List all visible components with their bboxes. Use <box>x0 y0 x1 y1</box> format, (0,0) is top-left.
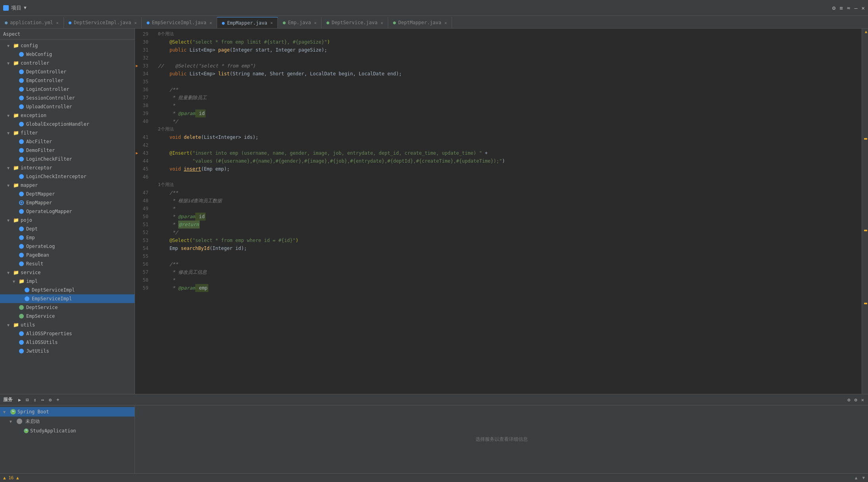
java-blue-icon <box>18 104 25 109</box>
sidebar-item-interceptor[interactable]: ▼ 📁 interceptor <box>0 163 135 172</box>
tab-emp-mapper[interactable]: ● EmpMapper.java ✕ <box>217 17 278 28</box>
tree-label: EmpController <box>26 78 64 83</box>
java-blue-icon <box>18 235 25 240</box>
yml-icon: ● <box>5 20 8 25</box>
sidebar-tree: ▼ 📁 config WebConfig ▼ 📁 controller <box>0 40 135 394</box>
sidebar-item-empcontroller[interactable]: EmpController <box>0 76 135 85</box>
tree-arrow <box>13 148 18 153</box>
sidebar-item-filter[interactable]: ▼ 📁 filter <box>0 129 135 137</box>
sidebar-item-globalexceptionhandler[interactable]: GlobalExceptionHandler <box>0 120 135 129</box>
vertical-split-icon[interactable]: ↕ <box>33 396 37 403</box>
folder-icon: 📁 <box>13 217 19 223</box>
sidebar-item-config[interactable]: ▼ 📁 config <box>0 41 135 50</box>
sidebar-item-service[interactable]: ▼ 📁 service <box>0 268 135 277</box>
tab-dept-service[interactable]: ● DeptService.java ✕ <box>321 17 388 28</box>
tab-label: EmpMapper.java <box>227 20 267 26</box>
add-config-icon[interactable]: + <box>56 396 60 403</box>
sidebar-item-dept[interactable]: Dept <box>0 225 135 233</box>
tree-label: LoginCheckFilter <box>26 156 72 162</box>
java-blue-icon <box>18 226 25 232</box>
tab-dept-mapper[interactable]: ● DeptMapper.java ✕ <box>388 17 452 28</box>
tab-emp-service-impl[interactable]: ● EmpServiceImpl.java ✕ <box>142 17 217 28</box>
sidebar-item-logincheckfilter[interactable]: LoginCheckFilter <box>0 155 135 163</box>
tab-dept-service-impl[interactable]: ● DeptServiceImpl.java ✕ <box>64 17 142 28</box>
sidebar-item-deptmapper[interactable]: DeptMapper <box>0 190 135 198</box>
collapse-icon[interactable]: ⊟ <box>25 396 29 403</box>
top-bar: 项目 ▼ ⚙ ≡ ≈ — ✕ <box>0 0 868 16</box>
sidebar-item-exception[interactable]: ▼ 📁 exception <box>0 111 135 120</box>
horizontal-split-icon[interactable]: ↔ <box>40 396 45 403</box>
sidebar-item-operatelog[interactable]: OperateLog <box>0 242 135 251</box>
settings-icon[interactable]: ⚙ <box>832 5 835 11</box>
tree-arrow: ▼ <box>7 166 13 170</box>
sidebar-item-mapper[interactable]: ▼ 📁 mapper <box>0 181 135 190</box>
close-panel-icon[interactable]: ✕ <box>860 396 865 403</box>
sidebar-item-logincheckinterceptor[interactable]: LoginCheckInterceptor <box>0 172 135 181</box>
close-icon[interactable]: ✕ <box>862 5 865 11</box>
tab-close-icon[interactable]: ✕ <box>56 21 59 25</box>
sidebar-item-aliossutils[interactable]: AliOSSUtils <box>0 338 135 347</box>
sidebar-item-abcfilter[interactable]: AbcFilter <box>0 137 135 146</box>
tree-arrow <box>13 209 18 214</box>
code-line-41: void delete(List<Integer> ids); <box>155 133 862 141</box>
tree-arrow <box>13 201 18 205</box>
code-line-36: /** <box>155 86 862 94</box>
sidebar-item-impl[interactable]: ▼ 📁 impl <box>0 277 135 286</box>
sidebar-item-empserviceimpl[interactable]: EmpServiceImpl <box>0 294 135 303</box>
boot-tree-notstarted[interactable]: ▼ 未启动 <box>0 417 135 426</box>
sidebar-item-deptservice[interactable]: DeptService <box>0 303 135 312</box>
tab-close-icon[interactable]: ✕ <box>445 21 447 25</box>
top-bar-dropdown[interactable]: ▼ <box>24 5 27 10</box>
sidebar-item-emp[interactable]: Emp <box>0 233 135 242</box>
sidebar-item-pojo[interactable]: ▼ 📁 pojo <box>0 216 135 225</box>
tab-close-icon[interactable]: ✕ <box>270 21 273 25</box>
tab-close-icon[interactable]: ✕ <box>134 21 137 25</box>
tab-label: EmpServiceImpl.java <box>152 20 206 25</box>
sidebar-item-uploadcontroller[interactable]: UploadController <box>0 102 135 111</box>
sidebar-item-operatelogmapper[interactable]: OperateLogMapper <box>0 207 135 216</box>
tree-label: DeptService <box>26 305 58 310</box>
boot-tree-studyapp[interactable]: 🍃 StudyApplication <box>0 426 135 436</box>
java-green-icon <box>18 305 25 310</box>
tab-close-icon[interactable]: ✕ <box>381 21 383 25</box>
sidebar-item-demofilter[interactable]: DemoFilter <box>0 146 135 155</box>
menu-icon[interactable]: ≡ <box>839 5 843 11</box>
boot-tree-springboot[interactable]: ▼ 🍃 Spring Boot <box>0 407 135 417</box>
split-icon[interactable]: ≈ <box>847 5 850 11</box>
sidebar-item-deptserviceimpl[interactable]: DeptServiceImpl <box>0 286 135 294</box>
tree-arrow <box>13 305 18 310</box>
java-blue-icon <box>18 174 25 179</box>
java-blue-icon <box>24 296 30 301</box>
sidebar-item-controller[interactable]: ▼ 📁 controller <box>0 59 135 67</box>
sidebar-item-aliossproperties[interactable]: AliOSSProperties <box>0 329 135 338</box>
tree-arrow-config: ▼ <box>7 44 13 48</box>
java-blue-icon <box>18 52 25 57</box>
bottom-panel-header: 服务 ▶ ⊟ ↕ ↔ ⚙ + ⚙ ⚙ ✕ <box>0 394 868 405</box>
sidebar-item-sessioncontroller[interactable]: SessionController <box>0 94 135 102</box>
tree-label: EmpService <box>26 313 55 319</box>
sidebar-item-webconfig[interactable]: WebConfig <box>0 50 135 59</box>
minimize-icon[interactable]: — <box>854 5 857 11</box>
tab-close-icon[interactable]: ✕ <box>314 21 316 25</box>
tab-application-yml[interactable]: ● application.yml ✕ <box>0 17 64 28</box>
filter-icon[interactable]: ⚙ <box>48 396 52 403</box>
sidebar-item-empmapper[interactable]: EmpMapper <box>0 198 135 207</box>
sidebar-item-result[interactable]: Result <box>0 259 135 268</box>
java-green-icon <box>18 313 25 319</box>
folder-icon: 📁 <box>13 60 19 66</box>
play-button[interactable]: ▶ <box>17 396 22 403</box>
sidebar-item-jwtutils[interactable]: JwtUtils <box>0 347 135 355</box>
sidebar-item-utils[interactable]: ▼ 📁 utils <box>0 321 135 329</box>
bottom-panel-title: 服务 <box>3 396 13 403</box>
tab-emp[interactable]: ● Emp.java ✕ <box>278 17 321 28</box>
scroll-marker-1 <box>864 138 867 140</box>
sidebar-item-logincontroller[interactable]: LoginController <box>0 85 135 94</box>
sidebar-item-empservice[interactable]: EmpService <box>0 312 135 321</box>
settings-icon-3[interactable]: ⚙ <box>854 396 858 403</box>
sidebar-item-deptcontroller[interactable]: DeptController <box>0 67 135 76</box>
java-d-icon: ● <box>146 20 149 25</box>
settings-icon-2[interactable]: ⚙ <box>847 396 851 403</box>
tab-close-icon[interactable]: ✕ <box>210 21 212 25</box>
code-line-46 <box>155 173 862 181</box>
sidebar-item-pagebean[interactable]: PageBean <box>0 251 135 259</box>
